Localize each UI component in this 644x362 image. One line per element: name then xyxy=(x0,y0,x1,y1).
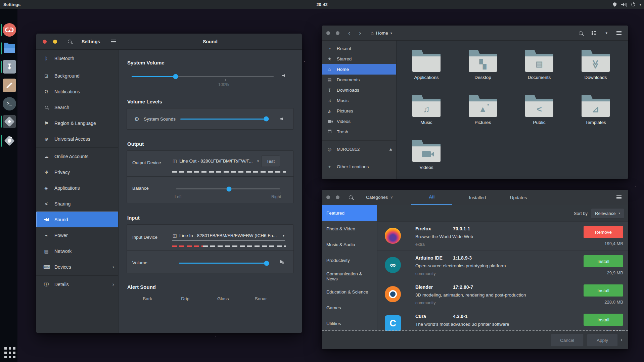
app-row-cura[interactable]: C Cura 4.3.0-1 The world's most advanced… xyxy=(377,309,628,331)
power-icon[interactable] xyxy=(631,3,635,6)
install-button[interactable]: Install xyxy=(584,255,623,267)
sidebar-item-applications[interactable]: ◈Applications xyxy=(36,180,118,196)
slider-handle[interactable] xyxy=(173,74,178,79)
folder-desktop[interactable]: ▚ Desktop xyxy=(455,50,511,80)
app-row-blender[interactable]: Blender 17:2.80-7 3D modeling, animation… xyxy=(377,280,628,309)
folder-music[interactable]: ♫ Music xyxy=(398,95,455,125)
tab-all[interactable]: All xyxy=(411,190,452,205)
search-icon[interactable] xyxy=(579,31,583,35)
sidebar-item-network[interactable]: ▤Network xyxy=(36,243,118,259)
search-icon[interactable] xyxy=(349,195,353,199)
sidebar-item-mjro1812[interactable]: ◎MJRO1812▲ xyxy=(322,144,396,154)
system-volume-slider[interactable] xyxy=(132,76,274,77)
folder-videos[interactable]: Videos xyxy=(398,140,455,170)
minimize-icon[interactable] xyxy=(53,40,57,44)
sidebar-item-home[interactable]: ⌂Home xyxy=(322,64,396,75)
tab-updates[interactable]: Updates xyxy=(500,190,537,205)
input-device-dropdown[interactable]: ◫ Line In - 82801FB/FBM/FR/FW/FRW (ICH6 … xyxy=(172,231,285,241)
alert-option-drip[interactable]: Drip xyxy=(181,296,189,301)
folder-applications[interactable]: Applications xyxy=(398,50,455,80)
folder-documents[interactable]: ▤ Documents xyxy=(511,50,567,80)
files-header[interactable]: ‹ › ⌂ Home ▾ ▾ xyxy=(322,26,628,41)
app-row-firefox[interactable]: Firefox 70.0.1-1 Browse the World Wide W… xyxy=(377,221,628,251)
menu-icon[interactable] xyxy=(616,195,622,199)
focused-app-name[interactable]: Settings xyxy=(3,2,20,7)
sidebar-item-universal-access[interactable]: ⊛Universal Access xyxy=(36,131,118,147)
sidebar-item-trash[interactable]: Trash xyxy=(322,127,396,137)
category-productivity[interactable]: Productivity xyxy=(322,253,377,268)
privacy-shield-icon[interactable] xyxy=(613,2,616,7)
volume-icon[interactable] xyxy=(621,3,627,7)
folder-public[interactable]: < Public xyxy=(511,95,567,125)
window-button[interactable] xyxy=(336,195,339,199)
back-icon[interactable]: ‹ xyxy=(348,29,350,37)
sidebar-item-notifications[interactable]: ΩNotifications xyxy=(36,84,118,99)
window-button[interactable] xyxy=(336,31,339,35)
dock-item-settings[interactable] xyxy=(3,115,16,128)
sidebar-item-devices[interactable]: ⌨Devices› xyxy=(36,259,118,275)
remove-button[interactable]: Remove xyxy=(584,226,623,238)
chevron-down-icon[interactable]: ▾ xyxy=(639,2,641,7)
sidebar-item-details[interactable]: ⓘDetails› xyxy=(36,276,118,292)
window-button[interactable] xyxy=(326,31,330,35)
dock-item-terminal[interactable]: >_ xyxy=(3,97,16,110)
settings-header[interactable]: Settings Sound xyxy=(36,34,302,50)
category-featured[interactable]: Featured xyxy=(322,205,377,221)
slider-handle[interactable] xyxy=(264,117,269,122)
view-toggle-icon[interactable] xyxy=(592,31,596,35)
cancel-button[interactable]: Cancel xyxy=(551,334,584,347)
sidebar-item-power[interactable]: ⌁Power xyxy=(36,227,118,243)
app-row-arduino[interactable]: ∞ Arduino IDE 1:1.8.9-3 Open-source elec… xyxy=(377,251,628,280)
sidebar-item-documents[interactable]: ▤Documents xyxy=(322,75,396,85)
folder-templates[interactable]: ⊿ Templates xyxy=(567,95,624,125)
search-icon[interactable] xyxy=(68,40,72,43)
install-button[interactable]: Install xyxy=(584,314,623,326)
dock-item-software[interactable]: ↧ xyxy=(3,60,16,74)
category-utilities[interactable]: Utilities xyxy=(322,316,377,331)
sidebar-item-other-locations[interactable]: +Other Locations xyxy=(322,162,396,172)
sort-dropdown[interactable]: Relevance ▾ xyxy=(591,208,624,219)
menu-icon[interactable] xyxy=(616,31,622,35)
sidebar-item-downloads[interactable]: ↧Downloads xyxy=(322,85,396,95)
dock-item-text-editor[interactable] xyxy=(3,79,16,92)
clock[interactable]: 20:42 xyxy=(316,2,327,7)
category-games[interactable]: Games xyxy=(322,300,377,316)
alert-option-sonar[interactable]: Sonar xyxy=(255,296,267,301)
category-photo-video[interactable]: Photo & Video xyxy=(322,221,377,237)
output-device-dropdown[interactable]: ◫ Line Out - 82801FB/FBM/FR/FW/F... ▾ xyxy=(172,156,260,166)
close-icon[interactable] xyxy=(43,40,47,44)
install-button[interactable]: Install xyxy=(584,284,623,297)
sidebar-item-sound[interactable]: Sound xyxy=(36,212,118,227)
dock-item-gnome[interactable] xyxy=(3,134,16,147)
categories-button[interactable]: Categories ∨ xyxy=(366,195,393,200)
dock-item-files[interactable] xyxy=(3,42,16,55)
window-button[interactable] xyxy=(326,195,330,199)
dock-item-firefox[interactable]: Ѡ xyxy=(3,23,16,37)
forward-icon[interactable]: › xyxy=(359,29,361,37)
sidebar-item-pictures[interactable]: ◭Pictures xyxy=(322,106,396,116)
category-education-science[interactable]: Education & Science xyxy=(322,284,377,300)
category-communication-news[interactable]: Communication & News xyxy=(322,268,377,284)
sidebar-item-region-language[interactable]: ⚑Region & Language xyxy=(36,115,118,131)
breadcrumb[interactable]: ⌂ Home ▾ xyxy=(371,30,392,36)
input-volume-slider[interactable] xyxy=(179,263,269,264)
balance-slider[interactable] xyxy=(176,188,280,189)
chevron-right-icon[interactable]: › xyxy=(620,336,623,343)
alert-option-glass[interactable]: Glass xyxy=(217,296,229,301)
sidebar-item-videos[interactable]: Videos xyxy=(322,116,396,127)
folder-downloads[interactable]: ≫ Downloads xyxy=(567,50,624,80)
sidebar-item-music[interactable]: ♫Music xyxy=(322,95,396,106)
sidebar-item-search[interactable]: Search xyxy=(36,99,118,115)
status-icons[interactable]: ▾ xyxy=(613,0,641,9)
sidebar-item-recent[interactable]: ◔Recent xyxy=(322,43,396,54)
sidebar-item-starred[interactable]: ★Starred xyxy=(322,54,396,64)
menu-icon[interactable] xyxy=(111,40,116,43)
sidebar-item-background[interactable]: ⊡Background xyxy=(36,68,118,84)
chevron-down-icon[interactable]: ▾ xyxy=(605,31,607,35)
folder-pictures[interactable]: ▲● Pictures xyxy=(455,95,511,125)
sidebar-item-privacy[interactable]: ΨPrivacy xyxy=(36,164,118,180)
sidebar-item-online-accounts[interactable]: ☁Online Accounts xyxy=(36,148,118,164)
software-header[interactable]: Categories ∨ All Installed Updates xyxy=(322,190,628,205)
test-button[interactable]: Test xyxy=(261,155,280,167)
system-sounds-slider[interactable] xyxy=(180,119,269,120)
